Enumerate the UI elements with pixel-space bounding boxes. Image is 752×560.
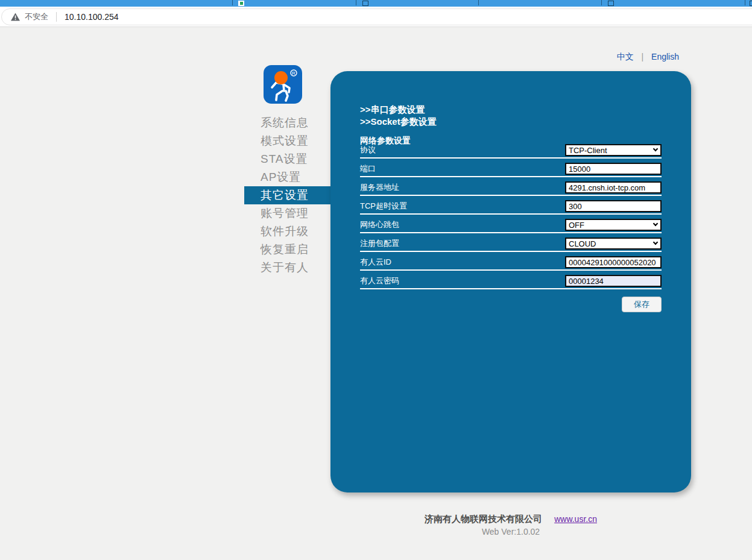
field-label: 协议 xyxy=(360,145,376,156)
sidebar-item[interactable]: 其它设置 xyxy=(244,186,330,204)
serial-params-link[interactable]: >>串口参数设置 xyxy=(360,104,662,116)
form-row: 有人云ID xyxy=(360,252,662,271)
form-row: 服务器地址 xyxy=(360,177,662,196)
footer: 济南有人物联网技术有限公司 www.usr.cn Web Ver:1.0.02 xyxy=(330,514,691,536)
tab-favicon xyxy=(238,1,244,6)
sidebar-item[interactable]: 模式设置 xyxy=(244,132,330,150)
field-label: TCP超时设置 xyxy=(360,201,407,212)
security-warning-icon[interactable] xyxy=(11,13,20,21)
settings-form: 协议TCP-Client端口服务器地址TCP超时设置网络心跳包OFF注册包配置C… xyxy=(360,145,662,289)
form-row: TCP超时设置 xyxy=(360,196,662,215)
usr-logo: R xyxy=(264,65,302,104)
sidebar-menu: 系统信息模式设置STA设置AP设置其它设置账号管理软件升级恢复重启关于有人 xyxy=(244,114,330,277)
field-input[interactable] xyxy=(565,256,662,268)
address-separator xyxy=(56,12,57,22)
sidebar-item[interactable]: AP设置 xyxy=(244,168,330,186)
tab-divider xyxy=(745,0,745,5)
tab-favicon xyxy=(750,1,752,6)
field-label: 有人云密码 xyxy=(360,276,399,287)
lang-english-link[interactable]: English xyxy=(651,52,679,61)
field-label: 端口 xyxy=(360,164,376,175)
security-label[interactable]: 不安全 xyxy=(25,11,48,22)
field-label: 注册包配置 xyxy=(360,239,399,250)
language-switcher: 中文 | English xyxy=(617,52,679,63)
field-input[interactable] xyxy=(565,163,662,175)
field-label: 网络心跳包 xyxy=(360,220,399,231)
url-text[interactable]: 10.10.100.254 xyxy=(65,12,119,22)
tab-divider xyxy=(478,0,479,5)
field-select[interactable]: TCP-Client xyxy=(565,144,662,156)
tab-divider xyxy=(356,0,356,5)
save-row: 保存 xyxy=(360,297,662,312)
field-select-wrap: OFF xyxy=(565,219,662,231)
sidebar-item[interactable]: 系统信息 xyxy=(244,114,330,132)
field-select-wrap: TCP-Client xyxy=(565,144,662,156)
lang-separator: | xyxy=(642,52,644,61)
tab-favicon xyxy=(362,1,368,6)
browser-address-row: 不安全 10.10.100.254 xyxy=(0,7,752,27)
form-row: 注册包配置CLOUD xyxy=(360,233,662,252)
form-row: 网络心跳包OFF xyxy=(360,215,662,233)
field-input[interactable] xyxy=(565,275,662,287)
field-input[interactable] xyxy=(565,200,662,212)
form-row: 端口 xyxy=(360,159,662,177)
company-name: 济南有人物联网技术有限公司 xyxy=(425,514,542,524)
save-button[interactable]: 保存 xyxy=(622,297,662,312)
tab-divider xyxy=(601,0,602,5)
socket-params-link[interactable]: >>Socket参数设置 xyxy=(360,116,662,128)
field-label: 有人云ID xyxy=(360,257,391,268)
sidebar-item[interactable]: 软件升级 xyxy=(244,222,330,241)
field-input[interactable] xyxy=(565,181,662,193)
settings-panel: >>串口参数设置 >>Socket参数设置 网络参数设置 协议TCP-Clien… xyxy=(330,71,691,492)
sidebar-item[interactable]: STA设置 xyxy=(244,150,330,168)
form-row: 协议TCP-Client xyxy=(360,145,662,159)
field-select-wrap: CLOUD xyxy=(565,238,662,250)
form-row: 有人云密码 xyxy=(360,271,662,289)
usr-website-link[interactable]: www.usr.cn xyxy=(554,514,597,524)
svg-text:R: R xyxy=(292,71,295,76)
web-version: Web Ver:1.0.02 xyxy=(330,527,691,536)
field-select[interactable]: OFF xyxy=(565,219,662,231)
tab-divider xyxy=(232,0,233,5)
address-bar[interactable]: 不安全 10.10.100.254 xyxy=(1,8,752,25)
browser-tab-strip xyxy=(0,0,752,7)
sidebar-item[interactable]: 账号管理 xyxy=(244,204,330,222)
field-select[interactable]: CLOUD xyxy=(565,238,662,250)
field-label: 服务器地址 xyxy=(360,183,399,193)
sidebar-item[interactable]: 关于有人 xyxy=(244,259,330,277)
tab-favicon xyxy=(608,1,614,6)
lang-chinese-link[interactable]: 中文 xyxy=(617,52,634,61)
sidebar-item[interactable]: 恢复重启 xyxy=(244,241,330,259)
